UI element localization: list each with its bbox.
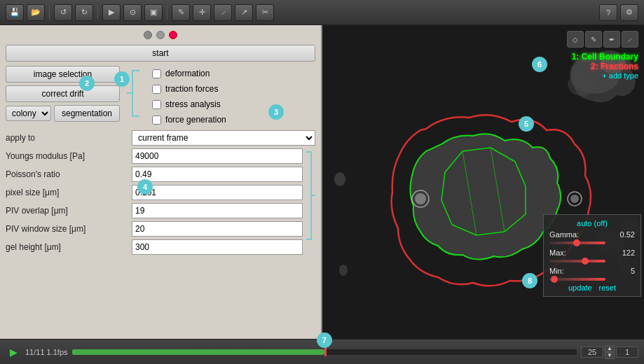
max-value: 122 xyxy=(622,248,635,257)
frame-stepper: ▲ ▼ xyxy=(605,345,615,359)
brightness-actions: update reset xyxy=(549,284,635,292)
traction-forces-checkbox[interactable] xyxy=(152,85,161,94)
legend-fractions: 2: Fractions xyxy=(572,62,638,71)
legend-cell-boundary: 1: Cell Boundary xyxy=(572,52,638,62)
window-dot-2 xyxy=(156,31,165,39)
param-label-piv-window: PIV window size [μm] xyxy=(6,224,132,234)
frame-input[interactable] xyxy=(581,346,603,358)
piv-window-input[interactable] xyxy=(132,221,303,237)
bracket-4-svg xyxy=(303,148,315,243)
svg-point-10 xyxy=(339,265,348,276)
param-label-apply-to: apply to xyxy=(6,133,132,143)
toolbar-separator xyxy=(49,6,50,20)
max-slider[interactable] xyxy=(549,260,605,262)
svg-point-26 xyxy=(570,195,579,203)
min-slider[interactable] xyxy=(549,278,605,281)
stress-analysis-label: stress analysis xyxy=(165,99,221,109)
correct-drift-button[interactable]: correct drift xyxy=(6,85,120,102)
stress-analysis-checkbox[interactable] xyxy=(152,100,161,109)
record-button[interactable]: ▣ xyxy=(144,4,163,21)
info-button[interactable]: ⊙ xyxy=(123,4,142,21)
gamma-label: Gamma: xyxy=(549,230,579,239)
youngs-modulus-input[interactable] xyxy=(132,148,303,164)
toolbar: 💾 📂 ↺ ↻ ▶ ⊙ ▣ ✎ ✛ ⟋ ↗ ✂ ? ⚙ xyxy=(0,0,644,25)
traction-forces-label: traction forces xyxy=(165,84,218,94)
slice-button[interactable]: ⟋ xyxy=(214,4,232,21)
poissons-ratio-input[interactable] xyxy=(132,167,303,182)
frame-step-input[interactable] xyxy=(616,346,638,358)
min-label: Min: xyxy=(549,267,564,275)
checkbox-stress-row: stress analysis xyxy=(152,99,226,109)
deformation-checkbox[interactable] xyxy=(152,69,161,78)
save-button[interactable]: 💾 xyxy=(6,4,24,21)
apply-to-select[interactable]: current frame all frames xyxy=(132,130,315,146)
gel-height-input[interactable] xyxy=(132,239,303,255)
open-button[interactable]: 📂 xyxy=(27,4,45,21)
view-btn-2[interactable]: ✎ xyxy=(585,31,602,48)
frame-info: 11/11 1.1fps xyxy=(25,348,68,356)
view-btn-4[interactable]: ⟋ xyxy=(622,31,638,48)
update-button[interactable]: update xyxy=(568,284,592,292)
view-btn-1[interactable]: ◇ xyxy=(567,31,584,48)
param-row-youngs: Youngs modulus [Pa] xyxy=(6,148,303,164)
bottom-bar: ▶ 11/11 1.1fps 7 ▲ ▼ xyxy=(0,339,644,364)
force-generation-checkbox[interactable] xyxy=(152,115,161,125)
force-generation-label: force generation xyxy=(165,115,226,125)
toolbar-separator-3 xyxy=(167,6,167,20)
param-row-piv-overlap: PIV overlap [μm] xyxy=(6,203,303,218)
brightness-panel: auto (off) Gamma: 0.52 Max: 122 xyxy=(543,214,641,297)
gamma-row: Gamma: 0.52 xyxy=(549,230,635,239)
param-label-gel-height: gel height [μm] xyxy=(6,242,132,252)
pixel-size-input[interactable] xyxy=(132,185,303,200)
timeline-marker xyxy=(324,348,327,356)
export-button[interactable]: ↗ xyxy=(235,4,253,21)
timeline[interactable] xyxy=(72,349,577,355)
edit-button[interactable]: ✎ xyxy=(172,4,190,21)
frame-down-button[interactable]: ▼ xyxy=(605,352,615,359)
max-label: Max: xyxy=(549,248,566,257)
checkbox-force-row: force generation xyxy=(152,115,226,125)
view-buttons: ◇ ✎ ✒ ⟋ xyxy=(567,31,638,48)
bracket-1-svg xyxy=(125,67,146,120)
gamma-slider-thumb[interactable] xyxy=(573,239,580,246)
main-content: start 1 2 image selection correct drift … xyxy=(0,25,644,339)
undo-button[interactable]: ↺ xyxy=(54,4,72,21)
image-selection-button[interactable]: image selection xyxy=(6,66,120,83)
right-panel: ◇ ✎ ✒ ⟋ 1: Cell Boundary 2: Fractions + … xyxy=(322,25,644,339)
toolbar-separator-2 xyxy=(97,6,98,20)
segmentation-button[interactable]: segmentation xyxy=(54,105,120,122)
reset-button[interactable]: reset xyxy=(599,284,616,292)
start-button[interactable]: start xyxy=(6,45,315,62)
param-label-youngs: Youngs modulus [Pa] xyxy=(6,151,132,161)
settings-button[interactable]: ⚙ xyxy=(620,4,638,21)
timeline-progress xyxy=(72,349,324,355)
param-row-apply-to: apply to current frame all frames xyxy=(6,130,315,146)
play-button[interactable]: ▶ xyxy=(102,4,121,21)
redo-button[interactable]: ↻ xyxy=(75,4,93,21)
frame-up-button[interactable]: ▲ xyxy=(605,345,615,352)
window-dot-1 xyxy=(144,31,152,39)
colony-select[interactable]: colony xyxy=(6,106,51,121)
move-button[interactable]: ✛ xyxy=(193,4,211,21)
add-type-button[interactable]: + add type xyxy=(572,71,638,80)
frame-counter: ▲ ▼ xyxy=(581,345,638,359)
legend: 1: Cell Boundary 2: Fractions + add type xyxy=(572,52,638,80)
help-button[interactable]: ? xyxy=(599,4,617,21)
checkbox-traction-row: traction forces xyxy=(152,84,226,94)
param-row-poisson: Poisson's ratio xyxy=(6,167,303,182)
left-panel: start 1 2 image selection correct drift … xyxy=(0,25,322,339)
view-btn-3[interactable]: ✒ xyxy=(603,31,620,48)
piv-overlap-input[interactable] xyxy=(132,203,303,218)
play-pause-button[interactable]: ▶ xyxy=(6,344,21,360)
param-label-pixel: pixel size [μm] xyxy=(6,188,132,197)
param-row-gel-height: gel height [μm] xyxy=(6,239,303,255)
cut-button[interactable]: ✂ xyxy=(256,4,274,21)
max-slider-thumb[interactable] xyxy=(582,258,589,265)
auto-toggle[interactable]: auto (off) xyxy=(549,219,635,227)
param-row-piv-window: PIV window size [μm] xyxy=(6,221,303,237)
min-slider-thumb[interactable] xyxy=(551,276,558,283)
min-row: Min: 5 xyxy=(549,267,635,275)
window-dot-close[interactable] xyxy=(169,31,177,39)
gamma-slider[interactable] xyxy=(549,241,605,244)
params-section: 4 apply to current frame all frames Youn… xyxy=(6,130,315,258)
